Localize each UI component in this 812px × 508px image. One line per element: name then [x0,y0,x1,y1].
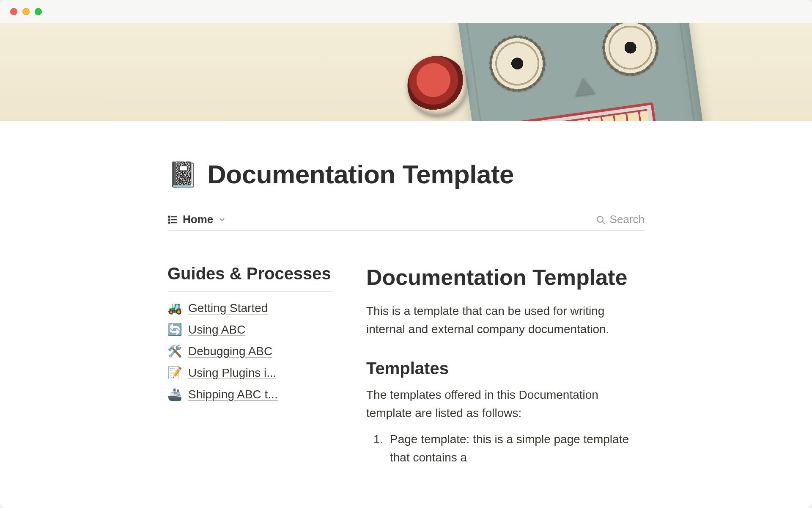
page-icon[interactable]: 📓 [167,162,198,187]
window-minimize-button[interactable] [22,8,30,15]
tractor-icon: 🚜 [167,301,182,315]
chevron-down-icon [218,216,226,224]
svg-line-7 [602,221,604,224]
section-heading-templates[interactable]: Templates [366,359,645,378]
content-intro-paragraph[interactable]: This is a template that can be used for … [366,302,645,339]
sidebar-item-debugging-abc[interactable]: 🛠️ Debugging ABC [167,344,332,358]
database-view-bar: Home Search [167,213,645,231]
svg-point-5 [168,222,170,223]
database-view-name: Home [183,213,213,226]
tools-icon: 🛠️ [167,344,182,358]
sidebar-item-using-plugins[interactable]: 📝 Using Plugins i... [167,366,332,380]
sidebar-list: 🚜 Getting Started 🔄 Using ABC 🛠️ Debuggi… [167,301,332,401]
memo-icon: 📝 [167,366,182,380]
sidebar-item-shipping-abc[interactable]: 🚢 Shipping ABC t... [167,387,332,401]
content-heading[interactable]: Documentation Template [366,265,645,290]
cover-illustration [457,23,710,121]
sidebar-item-label: Using ABC [188,323,245,337]
sidebar-heading: Guides & Processes [167,264,332,292]
refresh-icon: 🔄 [167,323,182,337]
app-window: 📓 Documentation Template [0,0,812,508]
page-cover[interactable] [0,23,812,121]
sidebar-item-label: Shipping ABC t... [188,388,278,401]
sidebar-item-label: Debugging ABC [188,345,272,358]
sidebar-item-label: Getting Started [188,301,268,315]
sidebar: Guides & Processes 🚜 Getting Started 🔄 U… [167,264,332,467]
window-close-button[interactable] [10,8,17,15]
section-intro-paragraph[interactable]: The templates offered in this Documentat… [366,386,645,422]
window-titlebar [0,0,812,23]
sidebar-item-label: Using Plugins i... [188,366,277,380]
ship-icon: 🚢 [167,387,182,401]
sidebar-item-getting-started[interactable]: 🚜 Getting Started [167,301,332,315]
main-content: Documentation Template This is a templat… [366,264,645,467]
database-search-label: Search [610,213,645,226]
svg-point-4 [168,219,170,220]
list-item[interactable]: Page template: this is a simple page tem… [387,430,645,467]
svg-point-3 [168,216,170,217]
sidebar-item-using-abc[interactable]: 🔄 Using ABC [167,323,332,337]
window-zoom-button[interactable] [35,8,42,15]
list-view-icon [167,215,178,225]
page-title[interactable]: Documentation Template [207,159,514,189]
window-controls [10,8,42,15]
search-icon [595,215,606,225]
page-content: 📓 Documentation Template [0,121,812,508]
database-view-switcher[interactable]: Home [167,213,226,226]
database-search-button[interactable]: Search [595,213,645,226]
templates-ordered-list: Page template: this is a simple page tem… [387,430,645,467]
